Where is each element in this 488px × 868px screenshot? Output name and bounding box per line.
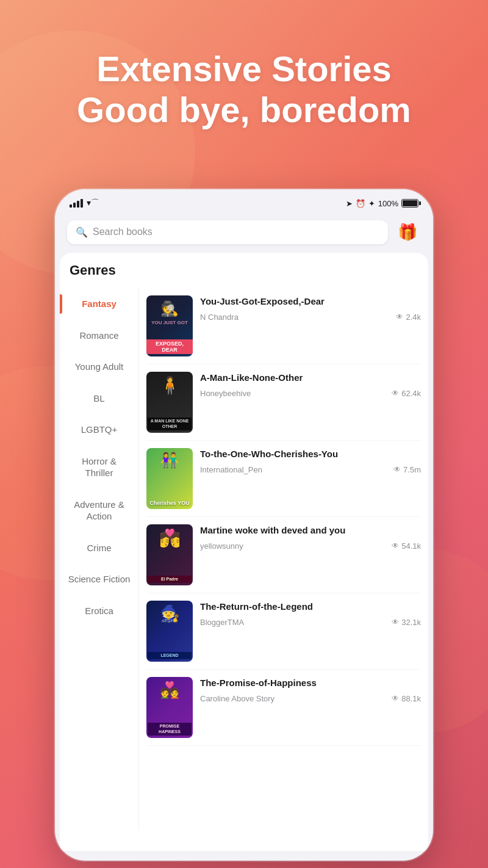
book-author-1: N Chandra (200, 313, 239, 322)
book-cover-3: 👫 Cherishes YOU (146, 448, 193, 509)
sidebar-item-young-adult[interactable]: Young Adult (60, 351, 138, 383)
book-author-5: BloggerTMA (200, 618, 244, 627)
book-title-4: Martine woke with deved and you (200, 524, 421, 537)
sidebar-item-erotica[interactable]: Erotica (60, 595, 138, 627)
alarm-icon: ⏰ (356, 199, 365, 208)
book-title-1: You-Just-Got-Exposed,-Dear (200, 295, 421, 308)
book-cover-6: 💑 PROMISE HAPINESS (146, 677, 193, 738)
gift-button[interactable]: 🎁 (394, 219, 421, 245)
views-icon-2: 👁 (392, 389, 399, 397)
book-cover-4: 💏 El Padre (146, 524, 193, 585)
sidebar-item-crime[interactable]: Crime (60, 532, 138, 564)
wifi-icon: ▾⌒ (87, 198, 99, 209)
book-views-6: 👁 88.1k (392, 694, 421, 703)
main-content: Genres Fantasy Romance Young Adult BL LG… (60, 253, 428, 851)
search-input[interactable]: Search books (93, 226, 152, 237)
genres-title: Genres (60, 262, 428, 288)
status-bar: ▾⌒ ➤ ⏰ ✦ 100% (55, 189, 433, 214)
sidebar-item-romance[interactable]: Romance (60, 320, 138, 352)
search-bar: 🔍 Search books 🎁 (67, 219, 421, 245)
book-info-5: The-Return-of-the-Legend BloggerTMA 👁 32… (200, 601, 421, 627)
book-views-3: 👁 7.5m (393, 465, 421, 474)
sidebar-item-fantasy[interactable]: Fantasy (60, 288, 138, 320)
book-views-4: 👁 54.1k (392, 541, 421, 551)
book-author-6: Caroline Above Story (200, 694, 274, 703)
sidebar-item-sci-fi[interactable]: Science Fiction (60, 563, 138, 595)
book-info-2: A-Man-Like-None-Other Honeybeehive 👁 62.… (200, 372, 421, 398)
book-views-2: 👁 62.4k (392, 389, 421, 398)
book-title-5: The-Return-of-the-Legend (200, 601, 421, 613)
book-info-4: Martine woke with deved and you yellowsu… (200, 524, 421, 551)
views-icon-3: 👁 (393, 465, 401, 474)
table-row[interactable]: 🧙 LEGEND The-Return-of-the-Legend Blogge… (146, 593, 421, 670)
books-list: 🕵️ YOU JUST GOT EXPOSED, DEAR You-Just-G… (139, 288, 428, 830)
signal-icon (70, 199, 83, 208)
battery-icon (401, 199, 418, 208)
genre-sidebar: Fantasy Romance Young Adult BL LGBTQ+ Ho… (60, 288, 139, 830)
book-info-1: You-Just-Got-Exposed,-Dear N Chandra 👁 2… (200, 295, 421, 322)
sidebar-item-bl[interactable]: BL (60, 383, 138, 414)
sidebar-item-horror[interactable]: Horror & Thriller (60, 446, 138, 489)
status-right: ➤ ⏰ ✦ 100% (346, 199, 418, 208)
search-icon: 🔍 (76, 226, 88, 238)
views-icon-1: 👁 (396, 313, 403, 321)
search-container: 🔍 Search books 🎁 (55, 214, 433, 253)
book-cover-2: 🧍 A MAN LIKE NONE OTHER (146, 372, 193, 433)
book-meta-6: Caroline Above Story 👁 88.1k (200, 694, 421, 703)
book-author-3: International_Pen (200, 465, 262, 474)
views-icon-4: 👁 (392, 541, 399, 550)
book-meta-4: yellowsunny 👁 54.1k (200, 541, 421, 551)
sidebar-item-lgbtq[interactable]: LGBTQ+ (60, 414, 138, 446)
views-icon-5: 👁 (392, 618, 399, 626)
book-meta-2: Honeybeehive 👁 62.4k (200, 389, 421, 398)
book-author-2: Honeybeehive (200, 389, 251, 398)
table-row[interactable]: 🧍 A MAN LIKE NONE OTHER A-Man-Like-None-… (146, 364, 421, 441)
book-cover-5: 🧙 LEGEND (146, 601, 193, 662)
book-title-6: The-Promise-of-Happiness (200, 677, 421, 689)
phone-frame: ▾⌒ ➤ ⏰ ✦ 100% 🔍 Search books 🎁 Genres (55, 189, 433, 861)
location-icon: ➤ (346, 199, 353, 208)
sidebar-item-adventure[interactable]: Adventure & Action (60, 489, 138, 532)
views-icon-6: 👁 (392, 694, 399, 703)
book-info-3: To-the-One-Who-Cherishes-You Internation… (200, 448, 421, 474)
book-views-1: 👁 2.4k (396, 313, 421, 322)
battery-percent: 100% (378, 199, 398, 208)
book-info-6: The-Promise-of-Happiness Caroline Above … (200, 677, 421, 703)
book-cover-1: 🕵️ YOU JUST GOT EXPOSED, DEAR (146, 295, 193, 356)
battery-fill (403, 200, 417, 206)
hero-headline: Extensive Stories Good bye, boredom (0, 49, 488, 130)
status-left: ▾⌒ (70, 198, 99, 209)
book-author-4: yellowsunny (200, 541, 243, 551)
book-meta-3: International_Pen 👁 7.5m (200, 465, 421, 474)
table-row[interactable]: 👫 Cherishes YOU To-the-One-Who-Cherishes… (146, 441, 421, 517)
book-views-5: 👁 32.1k (392, 618, 421, 627)
book-meta-1: N Chandra 👁 2.4k (200, 313, 421, 322)
content-layout: Fantasy Romance Young Adult BL LGBTQ+ Ho… (60, 288, 428, 830)
table-row[interactable]: 💑 PROMISE HAPINESS The-Promise-of-Happin… (146, 670, 421, 746)
search-input-wrap[interactable]: 🔍 Search books (67, 220, 388, 244)
table-row[interactable]: 💏 El Padre Martine woke with deved and y… (146, 517, 421, 593)
book-title-2: A-Man-Like-None-Other (200, 372, 421, 384)
bluetooth-icon: ✦ (368, 199, 375, 208)
book-title-3: To-the-One-Who-Cherishes-You (200, 448, 421, 460)
book-meta-5: BloggerTMA 👁 32.1k (200, 618, 421, 627)
table-row[interactable]: 🕵️ YOU JUST GOT EXPOSED, DEAR You-Just-G… (146, 288, 421, 364)
